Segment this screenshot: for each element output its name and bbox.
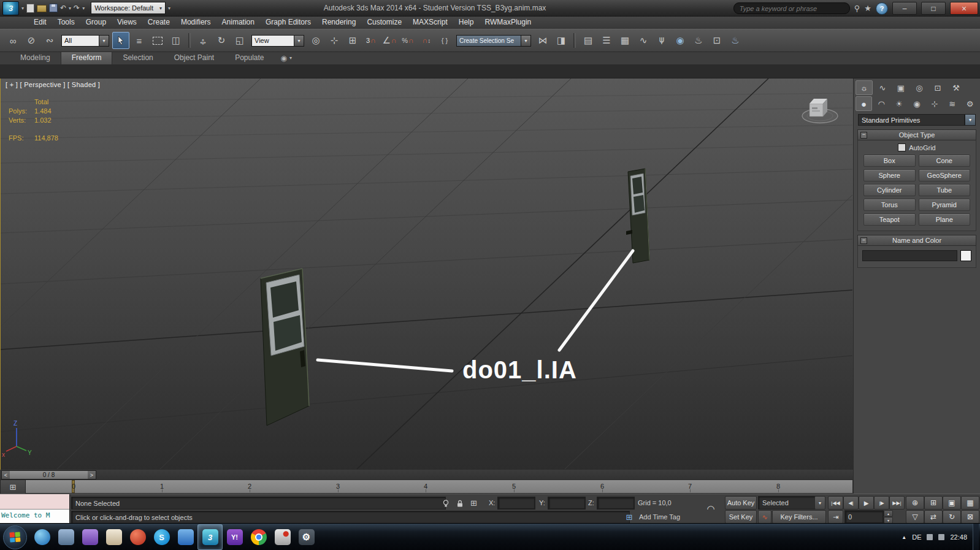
taskbar-app-usb[interactable] [270, 525, 294, 549]
graphite-ribbon-toggle-icon[interactable]: ▦ [616, 32, 634, 49]
go-to-end-button[interactable]: ▶▶| [889, 496, 905, 510]
redo-icon[interactable]: ↷ [74, 4, 80, 12]
zoom-all-button[interactable]: ⊞ [924, 496, 943, 510]
3ds-max-logo-icon[interactable]: 3 [2, 1, 19, 15]
keyboard-shortcut-override-icon[interactable]: ⊞ [344, 32, 361, 49]
category-lights-icon[interactable]: ☀ [891, 96, 908, 111]
next-frame-arrow[interactable]: > [88, 471, 96, 479]
menu-rendering[interactable]: Rendering [316, 16, 361, 29]
close-button[interactable]: × [950, 2, 978, 15]
mirror-icon[interactable]: ⋈ [534, 32, 551, 49]
taskbar-app-media[interactable] [126, 525, 150, 549]
pyramid-button[interactable]: Pyramid [919, 199, 971, 211]
y-coordinate-field[interactable] [548, 497, 586, 510]
tab-display-icon[interactable]: ⊡ [929, 80, 946, 95]
zoom-extents-all-button[interactable]: ▦ [961, 496, 979, 510]
menu-tools[interactable]: Tools [52, 16, 80, 29]
box-button[interactable]: Box [863, 155, 916, 167]
ribbon-tab-selection[interactable]: Selection [112, 52, 163, 64]
menu-group[interactable]: Group [80, 16, 112, 29]
taskbar-app-skype[interactable]: S [150, 525, 174, 549]
align-icon[interactable]: ◨ [553, 32, 570, 49]
sphere-button[interactable]: Sphere [863, 169, 916, 181]
unlink-selection-icon[interactable]: ⊘ [23, 32, 40, 49]
time-slider-handle[interactable]: < 0 / 8 > [1, 470, 96, 479]
field-of-view-button[interactable]: ▽ [906, 510, 924, 524]
select-and-move-icon[interactable]: ↔↕ [194, 32, 212, 49]
orbit-button[interactable]: ↻ [943, 510, 961, 524]
menu-customize[interactable]: Customize [361, 16, 407, 29]
select-and-scale-icon[interactable]: ◱ [231, 32, 248, 49]
favorites-star-icon[interactable]: ★ [864, 4, 871, 13]
render-production-icon[interactable]: ♨ [727, 32, 744, 49]
maximize-button[interactable]: □ [921, 2, 946, 15]
current-frame-field[interactable] [844, 510, 884, 524]
category-spacewarps-icon[interactable]: ≋ [944, 96, 960, 111]
taskbar-app-paint[interactable] [102, 525, 126, 549]
zoom-button[interactable]: ⊕ [906, 496, 924, 510]
time-slider-value[interactable]: 0 / 8 [10, 471, 88, 479]
cylinder-button[interactable]: Cylinder [863, 184, 916, 196]
primitive-category-dropdown[interactable]: Standard Primitives ▾ [858, 114, 976, 126]
render-setup-icon[interactable]: ♨ [690, 32, 707, 49]
menu-modifiers[interactable]: Modifiers [175, 16, 216, 29]
material-editor-icon[interactable]: ◉ [672, 32, 689, 49]
default-tangents-button[interactable]: ◠ [703, 502, 719, 516]
time-tag-icon[interactable]: ⊞ [624, 511, 635, 522]
viewport-canvas[interactable]: Z x Y [1, 78, 852, 469]
use-pivot-point-center-icon[interactable]: ◎ [307, 32, 324, 49]
menu-rwmaxplugin[interactable]: RWMaxPlugin [479, 16, 537, 29]
show-desktop-button[interactable] [973, 524, 979, 550]
open-file-icon[interactable] [37, 5, 47, 12]
ribbon-tab-object-paint[interactable]: Object Paint [164, 52, 224, 64]
selection-lock-icon[interactable] [454, 497, 465, 509]
angle-snap-toggle-icon[interactable]: ∠ ∩ [381, 32, 398, 49]
toggle-scene-explorer-icon[interactable]: ▤ [580, 32, 597, 49]
tube-button[interactable]: Tube [919, 184, 971, 196]
key-mode-dropdown-arrow[interactable]: ▾ [814, 496, 825, 510]
play-button[interactable]: ▶ [859, 496, 874, 510]
torus-button[interactable]: Torus [863, 199, 916, 211]
spinner-snap-toggle-icon[interactable]: ∩ ↕ [418, 32, 435, 49]
help-button[interactable]: ? [876, 2, 888, 15]
tab-utilities-icon[interactable]: ⚒ [947, 80, 965, 95]
undo-history-arrow-icon[interactable]: ▾ [69, 6, 71, 11]
menu-edit[interactable]: Edit [28, 16, 52, 29]
tab-create-icon[interactable]: ☼ [856, 80, 873, 95]
new-file-icon[interactable] [26, 4, 34, 13]
menu-help[interactable]: Help [453, 16, 480, 29]
z-coordinate-field[interactable] [597, 497, 635, 510]
app-menu-arrow-icon[interactable]: ▾ [21, 6, 24, 11]
taskbar-app-settings[interactable]: ⚙ [294, 525, 318, 549]
name-color-rollout-header[interactable]: − Name and Color [857, 235, 976, 246]
menu-maxscript[interactable]: MAXScript [407, 16, 453, 29]
curve-editor-icon[interactable]: ∿ [635, 32, 652, 49]
absolute-offset-mode-icon[interactable]: ⊞ [468, 497, 480, 509]
add-time-tag[interactable]: Add Time Tag [639, 513, 680, 521]
menu-graph-editors[interactable]: Graph Editors [260, 16, 316, 29]
tab-motion-icon[interactable]: ◎ [911, 80, 928, 95]
select-and-rotate-icon[interactable]: ↻ [213, 32, 230, 49]
key-mode-toggle-button[interactable]: ⇥ [828, 510, 843, 524]
taskbar-app-yahoo[interactable]: Y! [223, 525, 247, 549]
volume-icon[interactable] [938, 534, 944, 540]
frame-spinner-up[interactable]: ▴ [884, 510, 893, 517]
isolate-selection-icon[interactable] [440, 497, 451, 509]
door-object-left[interactable] [261, 269, 309, 426]
named-selection-set-dropdown[interactable]: Create Selection Se ▾ [456, 36, 531, 46]
taskbar-app-3ds-max[interactable]: 3 [197, 524, 223, 550]
rendered-frame-window-icon[interactable]: ⊡ [708, 32, 725, 49]
category-geometry-icon[interactable]: ● [856, 96, 872, 111]
snap-toggle-3d-icon[interactable]: 3 ∩ [362, 32, 380, 49]
menu-views[interactable]: Views [112, 16, 142, 29]
search-input[interactable] [733, 2, 850, 14]
maxscript-mini-listener[interactable]: Welcome to M [0, 494, 70, 524]
door-object-right[interactable] [626, 169, 649, 263]
bind-to-space-warp-icon[interactable]: ∾ [41, 32, 58, 49]
ribbon-tab-populate[interactable]: Populate [224, 52, 274, 64]
next-frame-button[interactable]: |▶ [874, 496, 889, 510]
previous-frame-arrow[interactable]: < [2, 471, 10, 479]
taskbar-app-chrome[interactable] [247, 525, 270, 549]
redo-history-arrow-icon[interactable]: ▾ [82, 6, 85, 11]
select-by-name-icon[interactable]: ≡ [131, 32, 148, 49]
